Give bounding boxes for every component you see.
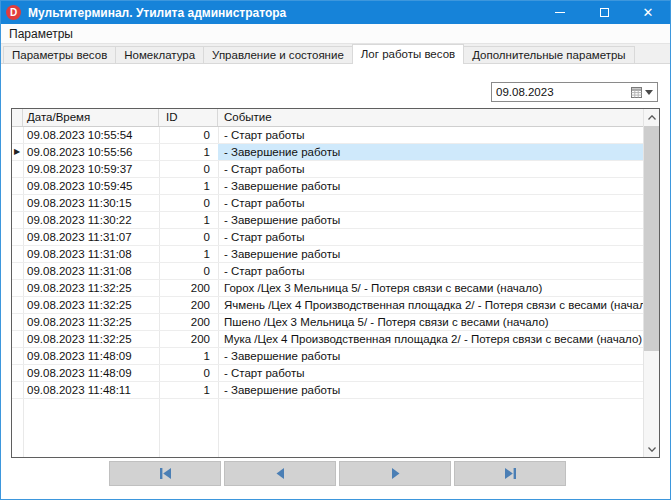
table-row[interactable]: 09.08.2023 11:31:080- Старт работы (12, 263, 643, 280)
row-selector-cell (12, 280, 23, 296)
header-datetime[interactable]: Дата/Время (23, 109, 159, 126)
cell-event[interactable]: Пшено /Цех 3 Мельница 5/ - Потеря связи … (218, 314, 643, 330)
row-selector-cell (12, 297, 23, 313)
minimize-icon (555, 12, 565, 13)
table-row[interactable]: 09.08.2023 11:32:25200Мука /Цех 4 Произв… (12, 331, 643, 348)
cell-event[interactable]: - Завершение работы (218, 246, 643, 262)
titlebar: D Мультитерминал. Утилита администратора… (1, 1, 670, 24)
cell-event[interactable]: Мука /Цех 4 Производственная площадка 2/… (218, 331, 643, 347)
scroll-up-button[interactable] (644, 109, 659, 125)
last-record-icon (504, 467, 517, 480)
tab-0[interactable]: Параметры весов (3, 46, 115, 64)
cell-id[interactable]: 0 (159, 263, 218, 279)
cell-datetime[interactable]: 09.08.2023 11:48:09 (23, 348, 159, 364)
scroll-down-button[interactable] (644, 441, 659, 457)
row-selector-cell (12, 314, 23, 330)
pager-first-button[interactable] (109, 461, 221, 486)
table-row[interactable]: 09.08.2023 10:55:540- Старт работы (12, 127, 643, 144)
cell-id[interactable]: 0 (159, 161, 218, 177)
tab-1[interactable]: Номеклатура (115, 46, 203, 64)
table-row[interactable]: 09.08.2023 11:32:25200Горох /Цех 3 Мельн… (12, 280, 643, 297)
cell-id[interactable]: 0 (159, 365, 218, 381)
cell-datetime[interactable]: 09.08.2023 10:55:54 (23, 127, 159, 143)
cell-id[interactable]: 0 (159, 195, 218, 211)
cell-event[interactable]: - Завершение работы (218, 382, 643, 398)
table-row[interactable]: 09.08.2023 11:32:25200Ячмень /Цех 4 Прои… (12, 297, 643, 314)
cell-datetime[interactable]: 09.08.2023 11:30:15 (23, 195, 159, 211)
cell-event[interactable]: - Завершение работы (218, 144, 643, 160)
cell-datetime[interactable]: 09.08.2023 11:32:25 (23, 314, 159, 330)
cell-datetime[interactable]: 09.08.2023 10:59:37 (23, 161, 159, 177)
cell-event[interactable]: - Завершение работы (218, 178, 643, 194)
header-event[interactable]: Событие (218, 109, 659, 126)
cell-datetime[interactable]: 09.08.2023 11:31:08 (23, 263, 159, 279)
cell-datetime[interactable]: 09.08.2023 11:31:07 (23, 229, 159, 245)
cell-event[interactable]: - Старт работы (218, 365, 643, 381)
cell-datetime[interactable]: 09.08.2023 11:32:25 (23, 331, 159, 347)
pager-next-button[interactable] (339, 461, 451, 486)
cell-event[interactable]: - Завершение работы (218, 212, 643, 228)
date-filter[interactable]: 09.08.2023 (491, 82, 658, 102)
cell-datetime[interactable]: 09.08.2023 11:31:08 (23, 246, 159, 262)
pager (109, 461, 566, 486)
cell-id[interactable]: 200 (159, 331, 218, 347)
date-filter-dropdown-button[interactable] (629, 83, 657, 101)
cell-event[interactable]: - Старт работы (218, 263, 643, 279)
table-row[interactable]: 09.08.2023 11:48:111- Завершение работы (12, 382, 643, 399)
cell-datetime[interactable]: 09.08.2023 10:59:45 (23, 178, 159, 194)
prior-record-icon (274, 467, 287, 480)
table-row[interactable]: 09.08.2023 11:30:150- Старт работы (12, 195, 643, 212)
cell-event[interactable]: - Старт работы (218, 195, 643, 211)
cell-id[interactable]: 1 (159, 212, 218, 228)
table-row[interactable]: 09.08.2023 11:31:081- Завершение работы (12, 246, 643, 263)
maximize-button[interactable] (582, 1, 626, 24)
cell-event[interactable]: Горох /Цех 3 Мельница 5/ - Потеря связи … (218, 280, 643, 296)
cell-datetime[interactable]: 09.08.2023 11:30:22 (23, 212, 159, 228)
close-button[interactable]: ✕ (626, 1, 670, 24)
cell-event[interactable]: Ячмень /Цех 4 Производственная площадка … (218, 297, 643, 313)
tab-3[interactable]: Лог работы весов (352, 44, 464, 64)
cell-datetime[interactable]: 09.08.2023 11:32:25 (23, 280, 159, 296)
menubar: Параметры (1, 24, 670, 44)
table-row[interactable]: 09.08.2023 11:48:091- Завершение работы (12, 348, 643, 365)
cell-id[interactable]: 1 (159, 144, 218, 160)
cell-datetime[interactable]: 09.08.2023 11:48:09 (23, 365, 159, 381)
cell-datetime[interactable]: 09.08.2023 11:32:25 (23, 297, 159, 313)
minimize-button[interactable] (538, 1, 582, 24)
pager-prior-button[interactable] (224, 461, 336, 486)
pager-last-button[interactable] (454, 461, 566, 486)
row-selector-cell (12, 246, 23, 262)
table-row[interactable]: 09.08.2023 11:31:070- Старт работы (12, 229, 643, 246)
table-row[interactable]: 09.08.2023 11:32:25200Пшено /Цех 3 Мельн… (12, 314, 643, 331)
cell-id[interactable]: 1 (159, 178, 218, 194)
menu-item-parametry[interactable]: Параметры (1, 24, 81, 43)
cell-id[interactable]: 200 (159, 280, 218, 296)
table-row[interactable]: 09.08.2023 10:59:451- Завершение работы (12, 178, 643, 195)
cell-event[interactable]: - Старт работы (218, 161, 643, 177)
app-window: D Мультитерминал. Утилита администратора… (0, 0, 671, 500)
cell-event[interactable]: - Старт работы (218, 229, 643, 245)
table-row[interactable]: 09.08.2023 11:48:090- Старт работы (12, 365, 643, 382)
cell-id[interactable]: 1 (159, 246, 218, 262)
next-record-icon (389, 467, 402, 480)
cell-id[interactable]: 200 (159, 297, 218, 313)
cell-id[interactable]: 1 (159, 382, 218, 398)
calendar-icon (631, 86, 642, 98)
cell-id[interactable]: 200 (159, 314, 218, 330)
cell-id[interactable]: 0 (159, 229, 218, 245)
vertical-scrollbar[interactable] (643, 109, 659, 457)
cell-datetime[interactable]: 09.08.2023 10:55:56 (23, 144, 159, 160)
cell-datetime[interactable]: 09.08.2023 11:48:11 (23, 382, 159, 398)
table-row[interactable]: ▶09.08.2023 10:55:561- Завершение работы (12, 144, 643, 161)
tab-2[interactable]: Управление и состояние (203, 46, 352, 64)
close-icon: ✕ (643, 6, 654, 19)
cell-id[interactable]: 0 (159, 127, 218, 143)
table-row[interactable]: 09.08.2023 10:59:370- Старт работы (12, 161, 643, 178)
header-id[interactable]: ID (159, 109, 218, 126)
table-row[interactable]: 09.08.2023 11:30:221- Завершение работы (12, 212, 643, 229)
cell-event[interactable]: - Завершение работы (218, 348, 643, 364)
tab-4[interactable]: Дополнительные параметры (464, 46, 635, 64)
cell-event[interactable]: - Старт работы (218, 127, 643, 143)
cell-id[interactable]: 1 (159, 348, 218, 364)
scrollbar-thumb[interactable] (644, 126, 659, 351)
